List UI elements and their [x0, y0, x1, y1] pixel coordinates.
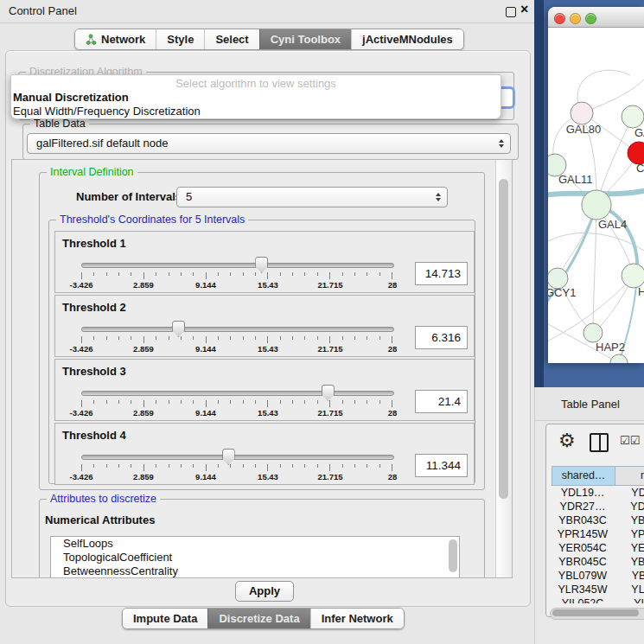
tab-impute-data[interactable]: Impute Data [123, 609, 207, 628]
table-row[interactable]: YDL19…YDL1 [552, 486, 644, 500]
tab-discretize-data[interactable]: Discretize Data [207, 609, 309, 628]
list-item[interactable]: TopologicalCoefficient [51, 551, 459, 564]
node-label: GCY1 [548, 286, 576, 299]
table-row[interactable]: YER054CYER0 [552, 541, 644, 555]
settings-vertical-scrollbar[interactable] [495, 160, 512, 577]
table-row[interactable]: YIL052CYIL0 [552, 596, 644, 603]
slider-track[interactable] [81, 391, 394, 396]
tick-mark [392, 400, 392, 407]
numerical-attributes-list[interactable]: SelfLoopsTopologicalCoefficientBetweenne… [50, 536, 460, 578]
table-cell[interactable]: YLR3 [614, 583, 644, 596]
slider-thumb[interactable] [222, 449, 235, 465]
table-row[interactable]: YLR345WYLR3 [552, 583, 644, 596]
table-cell[interactable]: YBL0 [614, 569, 644, 583]
slider-track[interactable] [81, 327, 394, 332]
tick-mark [93, 464, 94, 468]
column-header-na[interactable]: na [615, 466, 644, 486]
tick-label: -3.426 [70, 280, 93, 290]
table-cell[interactable]: YDL19… [552, 486, 614, 500]
close-icon[interactable]: × [520, 2, 528, 17]
table-cell[interactable]: YPR145W [552, 527, 614, 541]
tick-label: 2.859 [133, 344, 154, 354]
apply-button[interactable]: Apply [235, 581, 294, 602]
network-node-hap2[interactable] [583, 323, 603, 342]
table-horizontal-scrollbar[interactable] [550, 608, 644, 620]
tick-label: 9.144 [195, 280, 216, 290]
minimize-traffic-light[interactable] [570, 13, 581, 24]
dropdown-option-manual-discretization[interactable]: Manual Discretization [13, 91, 129, 105]
table-data-combobox[interactable]: galFiltered.sif default node [27, 133, 511, 154]
tab-label: Impute Data [133, 611, 197, 626]
tick-mark [156, 464, 156, 468]
table-row[interactable]: YBR043CYBR0 [552, 513, 644, 527]
checkbox-icons[interactable]: ☑☑ [620, 434, 640, 447]
float-window-icon[interactable] [506, 7, 516, 17]
network-node-gal4[interactable] [582, 190, 611, 220]
table-cell[interactable]: YBL079W [552, 569, 614, 583]
tick-mark [218, 464, 219, 468]
table-row[interactable]: YBR045CYBR0 [552, 555, 644, 569]
zoom-traffic-light[interactable] [585, 13, 596, 24]
slider-thumb[interactable] [255, 257, 268, 273]
table-cell[interactable]: YER0 [614, 541, 644, 555]
threshold-value-field[interactable]: 21.4 [415, 390, 468, 413]
tab-select[interactable]: Select [204, 29, 258, 49]
network-node[interactable] [610, 354, 628, 363]
table-row[interactable]: YBL079WYBL0 [552, 569, 644, 583]
slider-thumb[interactable] [322, 385, 335, 401]
gear-icon[interactable]: ⚙ [558, 430, 576, 452]
list-item[interactable]: SelfLoops [51, 537, 459, 551]
table-cell[interactable]: YIL0 [614, 596, 644, 603]
tick-mark [379, 272, 380, 276]
table-cell[interactable]: YBR043C [552, 513, 614, 527]
tab-cyni-toolbox[interactable]: Cyni Toolbox [259, 29, 351, 49]
interval-definition-group: Interval Definition Number of Intervals … [39, 172, 485, 490]
table-cell[interactable]: YDR2 [614, 500, 644, 513]
network-edge[interactable] [593, 205, 596, 333]
threshold-panel-2: Threshold 2-3.4262.8599.14415.4321.71528… [54, 295, 475, 357]
table-row[interactable]: YDR27…YDR2 [552, 500, 644, 513]
table-cell[interactable]: YBR045C [552, 555, 614, 569]
tick-mark [255, 272, 256, 276]
table-cell[interactable]: YDL1 [614, 486, 644, 500]
tab-network[interactable]: Network [75, 29, 156, 49]
slider-track[interactable] [81, 263, 394, 268]
table-cell[interactable]: YBR0 [614, 555, 644, 569]
node-label: GA [634, 126, 644, 139]
tick-mark [342, 272, 343, 276]
dropdown-option-equal-width-frequency-discretization[interactable]: Equal Width/Frequency Discretization [13, 105, 201, 118]
tab-style[interactable]: Style [156, 29, 204, 49]
table-cell[interactable]: YLR345W [552, 583, 614, 596]
slider-thumb[interactable] [172, 321, 185, 337]
control-panel-tabs: NetworkStyleSelectCyni ToolboxjActiveMNo… [74, 29, 464, 50]
threshold-value-field[interactable]: 6.316 [415, 326, 468, 349]
table-cell[interactable]: YBR0 [614, 513, 644, 527]
tab-infer-network[interactable]: Infer Network [310, 609, 404, 628]
threshold-value-field[interactable]: 14.713 [415, 262, 468, 285]
network-node-gal80[interactable] [571, 102, 593, 124]
tick-label: -3.426 [70, 344, 93, 354]
column-header-shared[interactable]: shared… [552, 466, 615, 486]
network-window-titlebar[interactable] [548, 7, 644, 28]
tick-mark [193, 400, 194, 404]
network-node-h[interactable] [622, 264, 644, 288]
tick-mark [243, 464, 244, 468]
table-cell[interactable]: YDR27… [552, 500, 614, 513]
number-of-intervals-combobox[interactable]: 5 [176, 187, 448, 207]
tick-mark [317, 272, 318, 276]
network-canvas[interactable]: GAL80GACGAL11GAL4GCY1HHAP2 [548, 28, 644, 363]
attributes-list-scrollbar[interactable] [449, 539, 457, 572]
slider-track[interactable] [81, 455, 394, 460]
table-cell[interactable]: YER054C [552, 541, 614, 555]
network-node-ga[interactable] [622, 105, 644, 128]
table-row[interactable]: YPR145WYPR1 [552, 527, 644, 541]
list-item[interactable]: BetweennessCentrality [51, 564, 459, 578]
table-cell[interactable]: YIL052C [552, 596, 614, 603]
scrollbar-thumb[interactable] [499, 179, 508, 499]
tab-jactivemnodules[interactable]: jActiveMNodules [351, 29, 463, 49]
split-columns-icon[interactable] [590, 433, 609, 452]
close-traffic-light[interactable] [554, 13, 565, 24]
threshold-value-field[interactable]: 11.344 [415, 454, 468, 477]
scrollbar-thumb[interactable] [552, 609, 639, 616]
table-cell[interactable]: YPR1 [614, 527, 644, 541]
